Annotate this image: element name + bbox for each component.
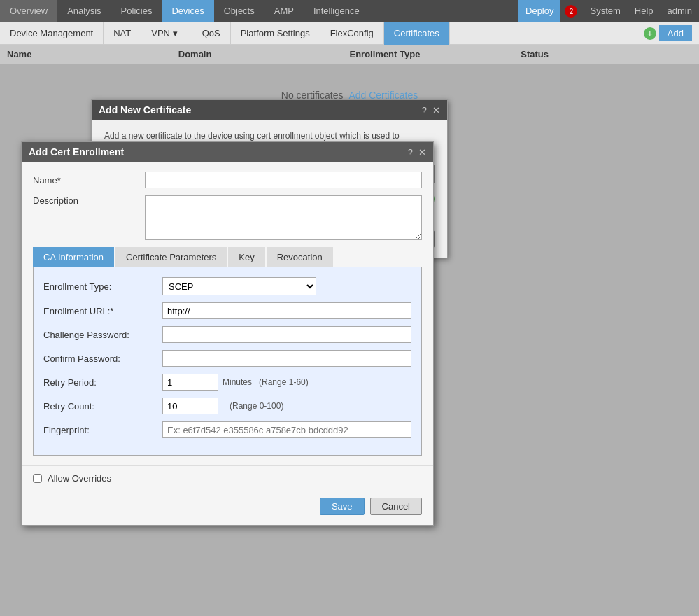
challenge-password-label: Challenge Password: xyxy=(43,330,162,340)
tab-key[interactable]: Key xyxy=(228,247,264,267)
col-header-domain: Domain xyxy=(178,49,350,59)
enrollment-dialog-header: Add Cert Enrollment ? ✕ xyxy=(22,142,433,162)
subnav-vpn[interactable]: VPN ▾ xyxy=(141,22,192,45)
retry-count-label: Retry Count: xyxy=(43,401,162,412)
retry-period-input[interactable] xyxy=(162,374,218,391)
tab-revocation[interactable]: Revocation xyxy=(267,247,333,267)
nav-item-analysis[interactable]: Analysis xyxy=(57,0,111,22)
fingerprint-label: Fingerprint: xyxy=(43,425,162,435)
enrollment-url-input[interactable] xyxy=(162,302,411,319)
notification-badge[interactable]: 2 xyxy=(565,5,577,18)
enrollment-save-button[interactable]: Save xyxy=(320,498,365,515)
retry-period-unit: Minutes xyxy=(223,377,252,387)
add-circle-icon: + xyxy=(644,27,656,40)
nav-item-intelligence[interactable]: Intelligence xyxy=(304,0,369,22)
tab-certificate-parameters[interactable]: Certificate Parameters xyxy=(115,247,227,267)
fingerprint-input[interactable] xyxy=(162,421,411,438)
subnav-platform-settings[interactable]: Platform Settings xyxy=(231,22,320,45)
enrollment-type-select[interactable]: SCEP Manual PKCS12 Self Signed xyxy=(162,277,316,295)
confirm-password-label: Confirm Password: xyxy=(43,354,162,364)
retry-count-input[interactable] xyxy=(162,398,218,414)
nav-item-objects[interactable]: Objects xyxy=(214,0,264,22)
system-button[interactable]: System xyxy=(583,0,627,22)
name-label: Name* xyxy=(33,175,145,186)
enrollment-help-icon[interactable]: ? xyxy=(408,147,413,158)
close-icon[interactable]: ✕ xyxy=(432,105,440,115)
enrollment-dialog-title: Add Cert Enrollment xyxy=(29,146,124,158)
add-button[interactable]: Add xyxy=(659,25,692,41)
col-header-enrollment-type: Enrollment Type xyxy=(350,49,521,59)
tab-ca-information[interactable]: CA Information xyxy=(33,247,114,267)
retry-period-range: (Range 1-60) xyxy=(259,377,309,387)
enrollment-cancel-button[interactable]: Cancel xyxy=(370,498,422,515)
add-cert-dialog-header: Add New Certificate ? ✕ xyxy=(92,100,447,120)
allow-overrides-label: Allow Overrides xyxy=(48,473,111,484)
enrollment-url-label: Enrollment URL:* xyxy=(43,306,162,316)
deploy-button[interactable]: Deploy xyxy=(518,0,560,22)
confirm-password-input[interactable] xyxy=(162,350,411,367)
add-cert-dialog-title: Add New Certificate xyxy=(99,104,191,115)
col-header-status: Status xyxy=(521,49,692,59)
help-button[interactable]: Help xyxy=(628,0,661,22)
add-cert-enrollment-dialog: Add Cert Enrollment ? ✕ Name* Descriptio… xyxy=(21,141,434,526)
allow-overrides-checkbox[interactable] xyxy=(33,474,42,483)
nav-item-policies[interactable]: Policies xyxy=(111,0,162,22)
nav-item-overview[interactable]: Overview xyxy=(0,0,57,22)
challenge-password-input[interactable] xyxy=(162,326,411,343)
nav-item-amp[interactable]: AMP xyxy=(264,0,304,22)
admin-button[interactable]: admin xyxy=(661,0,699,22)
subnav-device-management[interactable]: Device Management xyxy=(0,22,104,45)
enrollment-type-label: Enrollment Type: xyxy=(43,281,162,292)
retry-period-label: Retry Period: xyxy=(43,377,162,388)
subnav-qos[interactable]: QoS xyxy=(192,22,231,45)
subnav-nat[interactable]: NAT xyxy=(104,22,141,45)
subnav-certificates[interactable]: Certificates xyxy=(384,22,450,45)
retry-count-range: (Range 0-100) xyxy=(230,401,283,411)
help-icon[interactable]: ? xyxy=(422,105,427,115)
subnav-flexconfig[interactable]: FlexConfig xyxy=(320,22,384,45)
description-textarea[interactable] xyxy=(145,195,422,240)
name-input[interactable] xyxy=(145,172,422,188)
description-label: Description xyxy=(33,195,145,206)
enrollment-close-icon[interactable]: ✕ xyxy=(418,147,426,158)
col-header-name: Name xyxy=(7,49,178,59)
nav-item-devices[interactable]: Devices xyxy=(162,0,213,22)
